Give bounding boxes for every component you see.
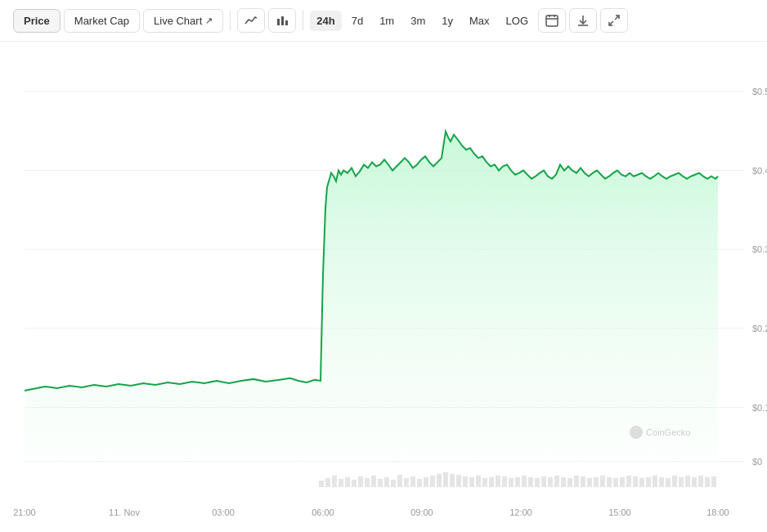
svg-rect-56 <box>535 478 540 487</box>
svg-rect-35 <box>397 475 402 487</box>
svg-rect-0 <box>277 19 280 25</box>
time-btn-max[interactable]: Max <box>463 11 496 31</box>
svg-point-92 <box>630 426 643 439</box>
svg-rect-63 <box>581 476 585 487</box>
svg-rect-1 <box>281 16 284 25</box>
external-link-icon: ↗ <box>205 16 213 26</box>
svg-rect-81 <box>698 476 703 487</box>
main-container: Price Market Cap Live Chart ↗ 24h 7d 1m … <box>0 0 767 532</box>
time-btn-3m[interactable]: 3m <box>404 11 432 31</box>
svg-text:12:00: 12:00 <box>509 507 532 517</box>
svg-rect-83 <box>711 476 716 487</box>
svg-text:11. Nov: 11. Nov <box>109 507 140 517</box>
svg-rect-26 <box>339 479 343 487</box>
svg-rect-45 <box>463 476 468 487</box>
svg-rect-47 <box>476 476 481 487</box>
svg-rect-23 <box>319 481 324 487</box>
toolbar: Price Market Cap Live Chart ↗ 24h 7d 1m … <box>0 0 767 42</box>
svg-rect-3 <box>546 16 558 26</box>
svg-rect-40 <box>430 476 435 487</box>
price-chart: $0.5 $0.4 $0.3 $0.2 $0.1 $0 <box>0 42 767 532</box>
svg-rect-39 <box>424 477 428 487</box>
svg-rect-77 <box>672 476 677 487</box>
svg-rect-38 <box>417 479 422 487</box>
time-btn-24h[interactable]: 24h <box>310 11 341 31</box>
svg-rect-73 <box>646 477 651 487</box>
svg-rect-34 <box>391 480 396 487</box>
svg-rect-76 <box>666 478 671 487</box>
toolbar-separator-1 <box>230 11 231 30</box>
svg-rect-37 <box>410 476 415 487</box>
svg-rect-66 <box>600 476 605 487</box>
svg-text:$0.3: $0.3 <box>752 244 767 254</box>
svg-rect-61 <box>567 478 572 487</box>
svg-rect-29 <box>358 476 363 487</box>
svg-text:$0.4: $0.4 <box>752 166 767 176</box>
svg-rect-25 <box>332 476 337 487</box>
log-btn[interactable]: LOG <box>500 11 535 31</box>
svg-rect-46 <box>469 477 474 487</box>
svg-rect-30 <box>365 478 370 487</box>
live-chart-label: Live Chart <box>154 15 202 27</box>
svg-rect-71 <box>633 476 638 487</box>
line-chart-icon-btn[interactable] <box>237 8 265 33</box>
time-btn-7d[interactable]: 7d <box>345 11 370 31</box>
svg-rect-50 <box>496 476 500 487</box>
svg-rect-80 <box>692 477 697 487</box>
calendar-icon <box>545 14 558 27</box>
svg-rect-48 <box>482 478 487 487</box>
time-btn-1m[interactable]: 1m <box>373 11 401 31</box>
time-btn-1y[interactable]: 1y <box>435 11 460 31</box>
expand-icon <box>608 14 621 27</box>
svg-rect-68 <box>613 478 618 487</box>
toolbar-separator-2 <box>303 11 303 30</box>
svg-rect-79 <box>685 476 690 487</box>
svg-rect-31 <box>371 476 376 487</box>
calendar-btn[interactable] <box>538 8 566 33</box>
line-chart-icon <box>244 14 258 27</box>
svg-rect-67 <box>607 477 612 487</box>
svg-text:CoinGecko: CoinGecko <box>646 427 690 437</box>
bar-chart-icon-btn[interactable] <box>268 8 296 33</box>
svg-text:18:00: 18:00 <box>706 507 729 517</box>
svg-rect-52 <box>509 478 514 487</box>
svg-text:$0.1: $0.1 <box>752 402 767 412</box>
svg-rect-75 <box>659 477 664 487</box>
chart-area: $0.5 $0.4 $0.3 $0.2 $0.1 $0 <box>0 42 767 532</box>
svg-rect-78 <box>679 477 684 487</box>
svg-text:21:00: 21:00 <box>13 507 36 517</box>
svg-rect-59 <box>554 476 559 487</box>
svg-rect-54 <box>522 476 527 487</box>
svg-rect-51 <box>502 476 507 487</box>
svg-rect-65 <box>594 477 599 487</box>
expand-btn[interactable] <box>600 8 628 33</box>
svg-text:$0.5: $0.5 <box>752 87 767 96</box>
svg-rect-44 <box>456 475 461 487</box>
svg-rect-72 <box>639 478 644 487</box>
svg-text:$0.2: $0.2 <box>752 324 767 333</box>
tab-price[interactable]: Price <box>13 9 61 33</box>
svg-rect-27 <box>345 477 350 487</box>
tab-live-chart[interactable]: Live Chart ↗ <box>143 9 223 33</box>
tab-market-cap[interactable]: Market Cap <box>64 9 140 33</box>
svg-rect-28 <box>352 480 357 487</box>
svg-rect-60 <box>561 477 566 487</box>
svg-rect-33 <box>384 477 389 487</box>
svg-text:06:00: 06:00 <box>312 507 334 517</box>
svg-text:09:00: 09:00 <box>410 507 433 517</box>
svg-rect-24 <box>325 478 330 487</box>
svg-rect-69 <box>620 477 625 487</box>
svg-text:$0: $0 <box>752 457 762 467</box>
download-btn[interactable] <box>569 8 597 33</box>
svg-rect-62 <box>574 476 579 487</box>
svg-rect-53 <box>515 477 520 487</box>
svg-rect-41 <box>437 474 442 487</box>
svg-rect-57 <box>541 476 546 487</box>
svg-rect-55 <box>528 477 533 487</box>
svg-rect-64 <box>587 478 592 487</box>
svg-rect-2 <box>285 20 288 25</box>
svg-text:03:00: 03:00 <box>212 507 235 517</box>
svg-rect-82 <box>705 477 710 487</box>
bar-chart-icon <box>276 14 289 27</box>
svg-rect-36 <box>404 478 409 487</box>
